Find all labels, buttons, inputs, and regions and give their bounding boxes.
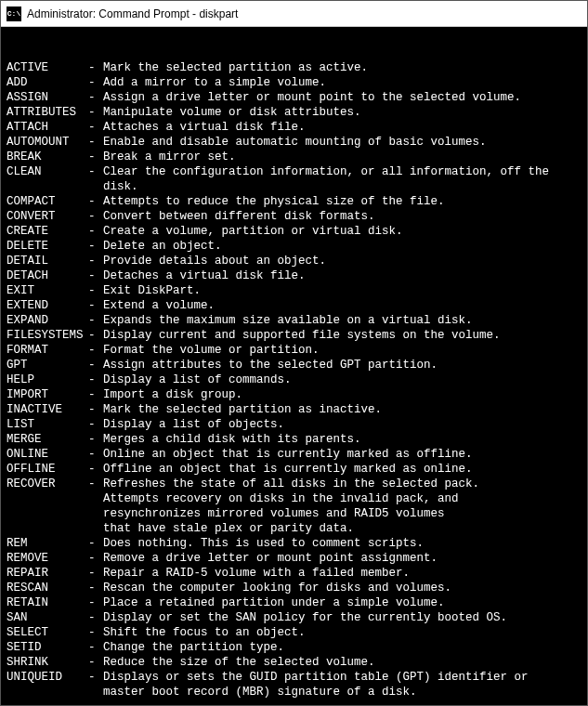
command-description: Refreshes the state of all disks in the … <box>103 477 581 491</box>
command-separator: - <box>88 447 103 462</box>
command-description-continuation: resynchronizes mirrored volumes and RAID… <box>7 506 581 521</box>
command-row: MERGE- Merges a child disk with its pare… <box>7 432 581 447</box>
command-row: SAN- Display or set the SAN policy for t… <box>7 610 581 625</box>
command-row: ADD- Add a mirror to a simple volume. <box>7 75 581 90</box>
command-description: Attaches a virtual disk file. <box>103 120 581 135</box>
command-description-continuation: master boot record (MBR) signature of a … <box>7 685 581 699</box>
command-name: UNIQUEID <box>7 670 88 685</box>
command-description: Provide details about an object. <box>103 254 581 268</box>
command-separator: - <box>88 75 103 90</box>
command-name: CLEAN <box>7 164 88 179</box>
command-separator: - <box>88 373 103 387</box>
command-separator: - <box>88 417 103 432</box>
command-name: ONLINE <box>7 447 88 462</box>
command-name: GPT <box>7 358 88 373</box>
command-description: Rescan the computer looking for disks an… <box>103 581 581 595</box>
command-description: Enable and disable automatic mounting of… <box>103 135 581 150</box>
command-name: SELECT <box>7 625 88 640</box>
command-description: Online an object that is currently marke… <box>103 447 581 462</box>
terminal-output[interactable]: ACTIVE- Mark the selected partition as a… <box>1 27 587 705</box>
command-row: OFFLINE- Offline an object that is curre… <box>7 462 581 477</box>
command-description: Attempts to reduce the physical size of … <box>103 194 581 209</box>
command-row: REMOVE- Remove a drive letter or mount p… <box>7 551 581 566</box>
command-description: Repair a RAID-5 volume with a failed mem… <box>103 566 581 581</box>
command-separator: - <box>88 655 103 670</box>
command-separator: - <box>88 60 103 75</box>
command-name: ASSIGN <box>7 90 88 105</box>
command-description: Format the volume or partition. <box>103 343 581 358</box>
command-name: SAN <box>7 610 88 625</box>
command-row: ASSIGN- Assign a drive letter or mount p… <box>7 90 581 105</box>
command-row: CREATE- Create a volume, partition or vi… <box>7 224 581 239</box>
command-row: SHRINK- Reduce the size of the selected … <box>7 655 581 670</box>
command-description: Display or set the SAN policy for the cu… <box>103 610 581 625</box>
command-separator: - <box>88 105 103 120</box>
command-row: UNIQUEID- Displays or sets the GUID part… <box>7 670 581 685</box>
command-name: FORMAT <box>7 343 88 358</box>
command-name: SETID <box>7 640 88 655</box>
command-name: REPAIR <box>7 566 88 581</box>
command-row: EXTEND- Extend a volume. <box>7 298 581 313</box>
command-name: CREATE <box>7 224 88 239</box>
command-name: ACTIVE <box>7 60 88 75</box>
command-description: Display a list of commands. <box>103 373 581 387</box>
command-description: Clear the configuration information, or … <box>103 164 581 179</box>
command-description: Extend a volume. <box>103 298 581 313</box>
command-separator: - <box>88 283 103 298</box>
command-row: CONVERT- Convert between different disk … <box>7 209 581 224</box>
command-separator: - <box>88 194 103 209</box>
command-name: ADD <box>7 75 88 90</box>
command-row: ATTACH- Attaches a virtual disk file. <box>7 120 581 135</box>
command-row: FORMAT- Format the volume or partition. <box>7 343 581 358</box>
command-name: ATTRIBUTES <box>7 105 88 120</box>
command-separator: - <box>88 328 103 343</box>
command-description-continuation: that have stale plex or parity data. <box>7 521 581 536</box>
command-name: LIST <box>7 417 88 432</box>
command-row: RESCAN- Rescan the computer looking for … <box>7 581 581 595</box>
command-separator: - <box>88 254 103 268</box>
command-separator: - <box>88 610 103 625</box>
command-row: RETAIN- Place a retained partition under… <box>7 595 581 610</box>
command-description: Import a disk group. <box>103 387 581 402</box>
command-separator: - <box>88 536 103 551</box>
command-separator: - <box>88 298 103 313</box>
command-separator: - <box>88 209 103 224</box>
command-name: DELETE <box>7 239 88 254</box>
command-row: DETACH- Detaches a virtual disk file. <box>7 268 581 283</box>
command-row: GPT- Assign attributes to the selected G… <box>7 358 581 373</box>
command-description: Add a mirror to a simple volume. <box>103 75 581 90</box>
titlebar[interactable]: C:\ Administrator: Command Prompt - disk… <box>1 1 587 27</box>
command-separator: - <box>88 120 103 135</box>
command-separator: - <box>88 343 103 358</box>
command-name: HELP <box>7 373 88 387</box>
command-name: EXTEND <box>7 298 88 313</box>
command-separator: - <box>88 135 103 150</box>
command-description: Displays or sets the GUID partition tabl… <box>103 670 581 685</box>
command-description: Reduce the size of the selected volume. <box>103 655 581 670</box>
command-description: Assign attributes to the selected GPT pa… <box>103 358 581 373</box>
command-description-continuation: disk. <box>7 179 581 194</box>
command-row: LIST- Display a list of objects. <box>7 417 581 432</box>
command-separator: - <box>88 313 103 328</box>
command-separator: - <box>88 150 103 164</box>
command-separator: - <box>88 640 103 655</box>
command-row: ONLINE- Online an object that is current… <box>7 447 581 462</box>
command-name: OFFLINE <box>7 462 88 477</box>
command-description: Display a list of objects. <box>103 417 581 432</box>
command-separator: - <box>88 670 103 685</box>
command-description: Create a volume, partition or virtual di… <box>103 224 581 239</box>
command-prompt-window: C:\ Administrator: Command Prompt - disk… <box>0 0 588 706</box>
command-name: RETAIN <box>7 595 88 610</box>
command-description: Shift the focus to an object. <box>103 625 581 640</box>
command-description: Expands the maximum size available on a … <box>103 313 581 328</box>
command-description: Delete an object. <box>103 239 581 254</box>
command-row: HELP- Display a list of commands. <box>7 373 581 387</box>
cmd-icon: C:\ <box>7 7 21 21</box>
command-description: Mark the selected partition as inactive. <box>103 402 581 417</box>
command-separator: - <box>88 566 103 581</box>
command-name: SHRINK <box>7 655 88 670</box>
command-row: INACTIVE- Mark the selected partition as… <box>7 402 581 417</box>
command-row: SETID- Change the partition type. <box>7 640 581 655</box>
command-row: EXPAND- Expands the maximum size availab… <box>7 313 581 328</box>
command-separator: - <box>88 402 103 417</box>
